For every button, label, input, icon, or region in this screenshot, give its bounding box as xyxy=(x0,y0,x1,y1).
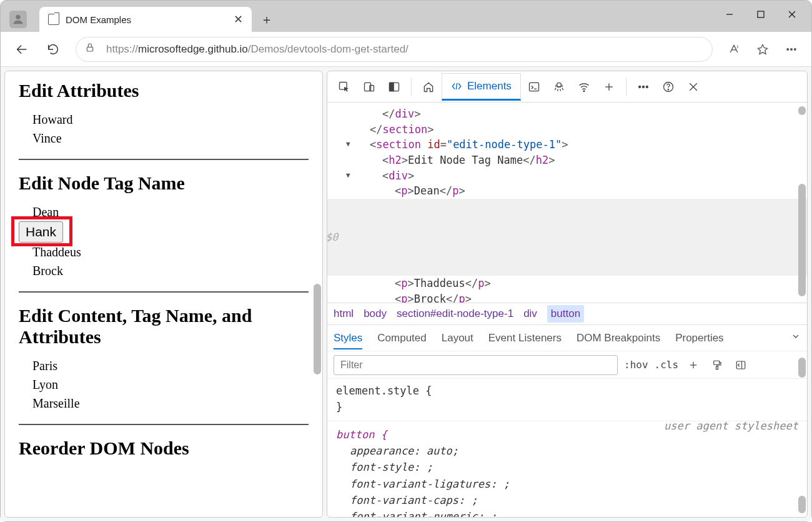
styles-filter-input[interactable] xyxy=(334,355,618,375)
style-prop: appearance: auto; xyxy=(350,443,798,459)
divider xyxy=(19,424,309,425)
cls-toggle[interactable]: .cls xyxy=(655,359,679,371)
paint-tool-icon[interactable] xyxy=(708,359,726,371)
dom-line[interactable]: </div> xyxy=(357,106,807,122)
dom-line[interactable]: ▼<div> xyxy=(357,168,807,184)
devtools-pane: Elements </div> </section> ▼<section id=… xyxy=(327,71,808,518)
tab-computed[interactable]: Computed xyxy=(377,332,426,344)
svg-point-28 xyxy=(668,89,668,89)
elements-tab[interactable]: Elements xyxy=(442,73,521,101)
style-prop: font-variant-numeric: ; xyxy=(350,508,798,517)
svg-point-20 xyxy=(557,83,562,87)
list-item: Paris xyxy=(32,356,309,375)
chevron-down-icon[interactable] xyxy=(791,331,801,344)
close-window-button[interactable] xyxy=(776,3,808,26)
divider xyxy=(19,291,309,293)
dom-line[interactable]: </section> xyxy=(357,122,807,138)
minimize-button[interactable] xyxy=(714,3,745,26)
dom-line[interactable]: <p>Thaddeus</p> xyxy=(357,276,807,291)
list-item: Dean xyxy=(32,203,309,221)
tab-layout[interactable]: Layout xyxy=(442,332,473,344)
styles-scrollbar[interactable] xyxy=(798,496,806,513)
svg-marker-8 xyxy=(758,44,768,54)
sources-icon[interactable] xyxy=(547,75,571,99)
tab-properties[interactable]: Properties xyxy=(675,332,723,344)
hank-button[interactable]: Hank xyxy=(19,221,63,243)
dom-line[interactable]: <p>Brock</p> xyxy=(357,291,807,303)
window-controls xyxy=(714,3,808,26)
read-aloud-icon[interactable] xyxy=(721,37,746,62)
maximize-button[interactable] xyxy=(745,3,776,26)
browser-toolbar: https://microsoftedge.github.io/Demos/de… xyxy=(1,32,811,67)
svg-point-9 xyxy=(787,48,789,50)
dom-line[interactable]: ▼<section id="edit-node-type-1"> xyxy=(357,137,807,153)
style-prop: font-style: ; xyxy=(350,459,798,475)
style-prop: font-variant-ligatures: ; xyxy=(350,476,798,492)
svg-point-11 xyxy=(795,48,796,50)
help-icon[interactable] xyxy=(656,75,680,99)
more-tabs-icon[interactable] xyxy=(597,75,621,99)
new-style-rule-icon[interactable] xyxy=(685,359,702,371)
list-item: Howard xyxy=(32,110,309,129)
list-item: Brock xyxy=(32,261,309,280)
console-icon[interactable] xyxy=(522,75,546,99)
list-item: Thaddeus xyxy=(32,243,309,261)
close-tab-icon[interactable]: ✕ xyxy=(234,13,243,26)
crumb[interactable]: section#edit-node-type-1 xyxy=(397,308,513,320)
dom-scrollbar-top[interactable] xyxy=(798,106,806,115)
page-content[interactable]: Edit Attributes Howard Vince Edit Node T… xyxy=(5,71,322,517)
dom-line[interactable]: <p>Dean</p> xyxy=(357,183,807,199)
network-icon[interactable] xyxy=(572,75,596,99)
svg-rect-6 xyxy=(87,47,92,51)
tab-styles[interactable]: Styles xyxy=(334,332,362,349)
tab-title: DOM Examples xyxy=(66,14,131,25)
browser-tab[interactable]: DOM Examples ✕ xyxy=(39,7,252,32)
address-bar[interactable]: https://microsoftedge.github.io/Demos/de… xyxy=(76,37,713,62)
profile-button[interactable] xyxy=(9,11,27,28)
list-item: Vince xyxy=(32,129,309,148)
user-agent-stylesheet-label: user agent stylesheet xyxy=(664,418,798,434)
back-button[interactable] xyxy=(8,36,36,63)
close-devtools-icon[interactable] xyxy=(681,75,705,99)
overflow-icon[interactable] xyxy=(631,75,655,99)
inspect-icon[interactable] xyxy=(332,75,356,99)
styles-body[interactable]: element.style { } button { user agent st… xyxy=(327,379,807,517)
style-rule: } xyxy=(336,399,798,415)
style-prop: font-variant-caps: ; xyxy=(350,492,798,508)
page-pane: Edit Attributes Howard Vince Edit Node T… xyxy=(4,71,323,518)
refresh-button[interactable] xyxy=(39,36,67,63)
lock-icon xyxy=(85,43,95,56)
svg-point-25 xyxy=(642,86,644,88)
crumb[interactable]: html xyxy=(334,308,354,320)
new-tab-button[interactable]: ＋ xyxy=(255,8,278,31)
favorites-icon[interactable] xyxy=(750,37,775,62)
dom-tree[interactable]: </div> </section> ▼<section id="edit-nod… xyxy=(327,103,807,303)
tab-dom-breakpoints[interactable]: DOM Breakpoints xyxy=(577,332,660,344)
crumb[interactable]: div xyxy=(523,308,537,320)
dock-icon[interactable] xyxy=(382,75,406,99)
heading-edit-attributes: Edit Attributes xyxy=(19,80,309,101)
svg-point-21 xyxy=(583,90,585,91)
welcome-icon[interactable] xyxy=(417,75,440,99)
dom-line-selected[interactable]: ●●● <button>Hank</button> == $0 xyxy=(327,199,807,276)
list-edit-content: Paris Lyon Marseille xyxy=(32,356,309,413)
hov-toggle[interactable]: :hov xyxy=(624,359,648,371)
heading-edit-content: Edit Content, Tag Name, and Attributes xyxy=(19,305,309,348)
divider xyxy=(19,159,309,160)
page-scrollbar[interactable] xyxy=(314,284,321,374)
dom-breadcrumbs: html body section#edit-node-type-1 div b… xyxy=(327,303,807,325)
dom-line[interactable]: <h2>Edit Node Tag Name</h2> xyxy=(357,153,807,168)
crumb[interactable]: body xyxy=(364,308,387,320)
tab-event-listeners[interactable]: Event Listeners xyxy=(488,332,562,344)
toggle-sidebar-icon[interactable] xyxy=(732,359,750,371)
device-toggle-icon[interactable] xyxy=(357,75,381,99)
svg-rect-34 xyxy=(716,366,718,369)
settings-menu-icon[interactable] xyxy=(779,37,804,62)
svg-line-17 xyxy=(456,83,457,89)
svg-point-10 xyxy=(791,48,793,50)
styles-bar-scrollbar[interactable] xyxy=(798,358,806,378)
crumb-selected[interactable]: button xyxy=(547,305,584,323)
devtools-tabs: Elements xyxy=(327,71,807,103)
dom-scrollbar[interactable] xyxy=(798,184,806,296)
svg-point-24 xyxy=(639,86,641,88)
